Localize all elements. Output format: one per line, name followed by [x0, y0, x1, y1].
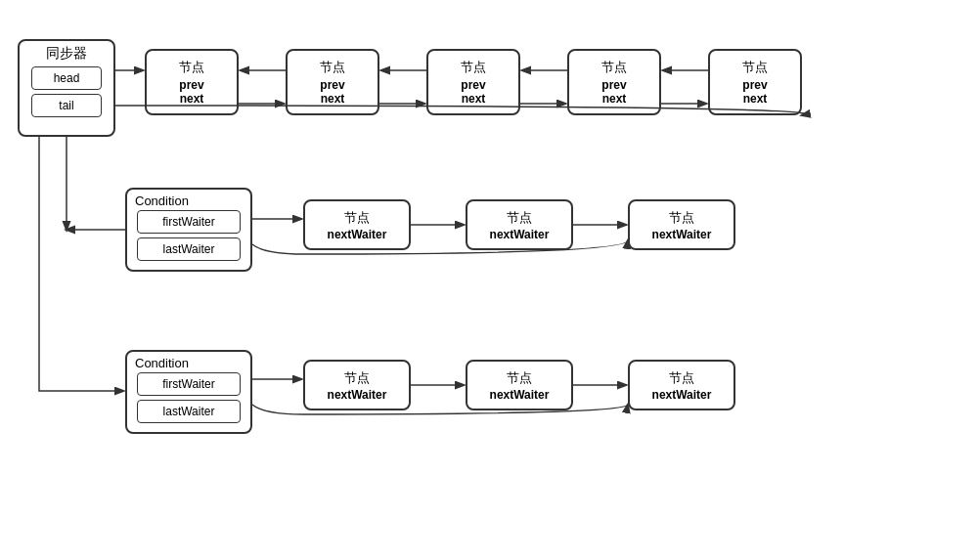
node-3: 节点 prev next	[426, 49, 520, 115]
node-1: 节点 prev next	[145, 49, 239, 115]
waiter-2-1: 节点 nextWaiter	[303, 360, 411, 410]
diagram: 同步器 head tail 节点 prev next 节点 prev next …	[0, 0, 978, 560]
waiter-1-3: 节点 nextWaiter	[628, 199, 735, 250]
node-4: 节点 prev next	[567, 49, 661, 115]
waiter-1-2: 节点 nextWaiter	[466, 199, 573, 250]
cond2-firstwaiter: firstWaiter	[137, 372, 241, 396]
sync-tail: tail	[31, 94, 102, 117]
sync-box: 同步器 head tail	[18, 39, 115, 137]
node-2: 节点 prev next	[286, 49, 379, 115]
node-5: 节点 prev next	[708, 49, 802, 115]
waiter-2-2: 节点 nextWaiter	[466, 360, 573, 410]
waiter-2-3: 节点 nextWaiter	[628, 360, 735, 410]
cond1-lastwaiter: lastWaiter	[137, 237, 241, 261]
waiter-1-1: 节点 nextWaiter	[303, 199, 411, 250]
cond2-lastwaiter: lastWaiter	[137, 400, 241, 423]
condition-2: Condition firstWaiter lastWaiter	[125, 350, 252, 434]
condition-1: Condition firstWaiter lastWaiter	[125, 188, 252, 272]
sync-head: head	[31, 66, 102, 90]
sync-title: 同步器	[20, 41, 113, 66]
cond1-firstwaiter: firstWaiter	[137, 210, 241, 234]
